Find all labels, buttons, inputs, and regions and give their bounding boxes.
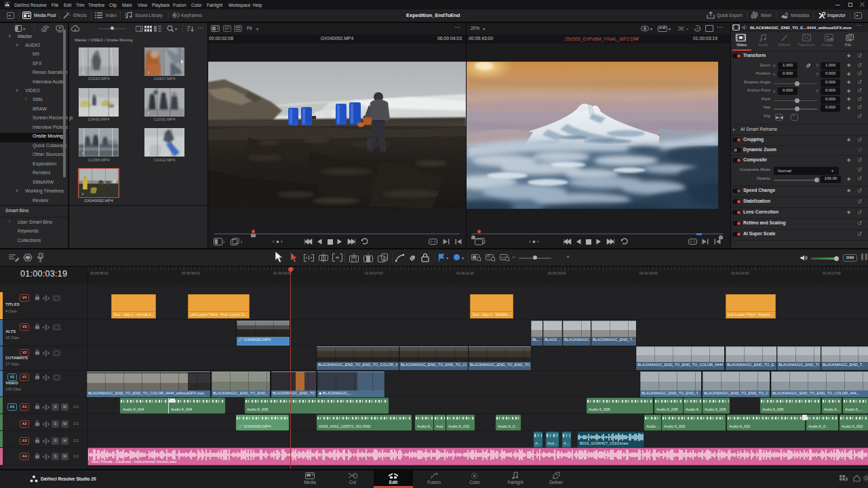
svg-text:♪: ♪: [81, 110, 84, 115]
svg-text:♪: ♪: [81, 150, 84, 155]
svg-text:♪: ♪: [81, 191, 83, 196]
svg-text:♪: ♪: [147, 70, 150, 75]
svg-text:♪: ♪: [147, 110, 150, 115]
svg-text:♪: ♪: [147, 150, 150, 155]
svg-text:♪: ♪: [81, 70, 84, 75]
